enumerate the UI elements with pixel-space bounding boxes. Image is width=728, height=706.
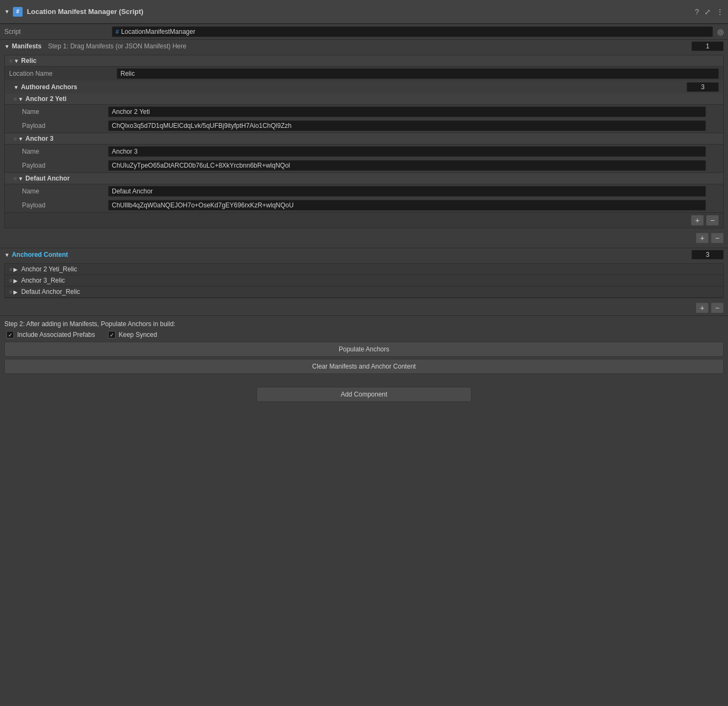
header-icons: ? ⤢ ⋮ — [695, 8, 724, 16]
include-prefabs-checkbox[interactable]: ✓ Include Associated Prefabs — [6, 331, 95, 338]
anchored-content-count[interactable]: 3 — [691, 250, 724, 260]
authored-anchors-count[interactable]: 3 — [687, 82, 719, 92]
defaut-drag: ≡ — [13, 175, 16, 182]
anchor-3-drag: ≡ — [13, 135, 16, 142]
anchored-content-arrow: ▼ — [4, 252, 10, 258]
manifests-step-hint: Step 1: Drag Manifests (or JSON Manifest… — [48, 42, 186, 50]
add-anchored-btn[interactable]: + — [696, 302, 709, 313]
remove-manifest-btn[interactable]: − — [711, 233, 724, 243]
defaut-arrow: ▼ — [18, 176, 23, 182]
anchor-3-header[interactable]: ≡ ▼ Anchor 3 — [5, 133, 723, 145]
manifests-count[interactable]: 1 — [691, 41, 724, 51]
add-component-area: Add Component — [0, 378, 728, 410]
anchor-3-name-row: Name Anchor 3 — [5, 145, 723, 159]
anchor-3-payload-row: Payload ChUluZyTpeO65aDtARCD0b76uLC+8XkY… — [5, 159, 723, 172]
anchored-2-drag: ≡ — [9, 289, 11, 295]
anchor-3-payload-label: Payload — [22, 162, 108, 169]
manifests-label: Manifests — [12, 42, 41, 50]
step2-area: Step 2: After adding in Manifests, Popul… — [0, 316, 728, 378]
script-value[interactable]: # LocationManifestManager — [112, 26, 713, 37]
manifests-btn-row: + − — [0, 230, 728, 246]
anchor-2-name-label: Name — [22, 108, 108, 116]
anchored-0-arrow: ▶ — [13, 266, 18, 272]
anchored-0-drag: ≡ — [9, 266, 11, 272]
anchored-content-label: Anchored Content — [12, 251, 68, 258]
add-anchor-btn[interactable]: + — [691, 215, 704, 226]
remove-anchored-btn[interactable]: − — [711, 302, 724, 313]
defaut-anchor-header[interactable]: ≡ ▼ Defaut Anchor — [5, 173, 723, 184]
remove-anchor-btn[interactable]: − — [706, 215, 719, 226]
anchored-items-container: ≡ ▶ Anchor 2 Yeti_Relic ≡ ▶ Anchor 3_Rel… — [4, 263, 724, 298]
populate-anchors-btn[interactable]: Populate Anchors — [4, 342, 724, 357]
anchored-1-arrow: ▶ — [13, 278, 18, 284]
script-icon: # — [13, 7, 23, 17]
defaut-payload-row: Payload ChUlllb4qZqW0aNQEJOH7o+OseKd7gEY… — [5, 198, 723, 212]
collapse-arrow[interactable]: ▼ — [4, 9, 10, 15]
anchor-3-payload-value[interactable]: ChUluZyTpeO65aDtARCD0b76uLC+8XkYrcbnn6bR… — [108, 160, 706, 171]
anchored-item-2[interactable]: ≡ ▶ Defaut Anchor_Relic — [5, 286, 723, 298]
defaut-payload-label: Payload — [22, 201, 108, 209]
anchored-1-name: Anchor 3_Relic — [21, 277, 65, 284]
anchored-1-drag: ≡ — [9, 277, 11, 284]
anchored-0-name: Anchor 2 Yeti_Relic — [21, 265, 77, 273]
script-label: Script — [4, 28, 112, 35]
defaut-anchor-item: ≡ ▼ Defaut Anchor Name Defaut Anchor Pay… — [5, 173, 723, 213]
anchor-3-name-label: Name — [22, 148, 108, 155]
manifests-header[interactable]: ▼ Manifests Step 1: Drag Manifests (or J… — [0, 40, 728, 53]
relic-drag-handle: ≡ — [9, 57, 11, 64]
expand-icon[interactable]: ⤢ — [704, 8, 711, 16]
inspector-panel: ▼ # Location Manifest Manager (Script) ?… — [0, 0, 728, 410]
anchor-2-name-row: Name Anchor 2 Yeti — [5, 105, 723, 119]
anchor-2-payload-value[interactable]: ChQlxo3q5d7D1qMUElCdqLvk/5qUFBj9ityfptH7… — [108, 120, 706, 131]
keep-synced-box: ✓ — [108, 331, 116, 338]
anchored-item-1[interactable]: ≡ ▶ Anchor 3_Relic — [5, 275, 723, 286]
add-component-btn[interactable]: Add Component — [256, 387, 472, 402]
anchor-2-drag: ≡ — [13, 96, 16, 102]
manifests-section: ▼ Manifests Step 1: Drag Manifests (or J… — [0, 40, 728, 248]
keep-synced-checkbox[interactable]: ✓ Keep Synced — [108, 331, 157, 338]
include-prefabs-box: ✓ — [6, 331, 14, 338]
anchor-2-payload-row: Payload ChQlxo3q5d7D1qMUElCdqLvk/5qUFBj9… — [5, 119, 723, 133]
include-prefabs-label: Include Associated Prefabs — [17, 331, 95, 338]
authored-anchors-arrow: ▼ — [13, 84, 19, 90]
defaut-name-value[interactable]: Defaut Anchor — [108, 186, 706, 197]
script-name: LocationManifestManager — [121, 28, 195, 35]
anchor-3-item: ≡ ▼ Anchor 3 Name Anchor 3 Payload ChUlu… — [5, 133, 723, 173]
anchored-item-0[interactable]: ≡ ▶ Anchor 2 Yeti_Relic — [5, 264, 723, 275]
help-icon[interactable]: ? — [695, 8, 699, 16]
location-name-label: Location Name — [9, 70, 117, 77]
authored-anchors-header[interactable]: ▼ Authored Anchors 3 — [5, 81, 723, 93]
anchor-2-label: Anchor 2 Yeti — [25, 95, 66, 103]
anchored-content-header[interactable]: ▼ Anchored Content 3 — [0, 248, 728, 261]
script-row: Script # LocationManifestManager ◎ — [0, 24, 728, 40]
clear-manifests-btn[interactable]: Clear Manifests and Anchor Content — [4, 359, 724, 374]
target-icon[interactable]: ◎ — [717, 27, 724, 36]
anchor-2-yeti-item: ≡ ▼ Anchor 2 Yeti Name Anchor 2 Yeti Pay… — [5, 93, 723, 133]
anchored-2-name: Defaut Anchor_Relic — [21, 288, 80, 296]
relic-label: Relic — [21, 57, 37, 64]
relic-header[interactable]: ≡ ▼ Relic — [5, 55, 723, 67]
location-name-value[interactable]: Relic — [117, 68, 719, 79]
anchor-3-name-value[interactable]: Anchor 3 — [108, 146, 706, 157]
anchored-2-arrow: ▶ — [13, 289, 18, 295]
relic-arrow: ▼ — [13, 58, 19, 64]
component-title: Location Manifest Manager (Script) — [27, 8, 695, 16]
defaut-label: Defaut Anchor — [25, 175, 69, 182]
menu-icon[interactable]: ⋮ — [716, 8, 724, 16]
keep-synced-label: Keep Synced — [119, 331, 157, 338]
anchor-2-arrow: ▼ — [18, 96, 23, 102]
anchor-2-name-value[interactable]: Anchor 2 Yeti — [108, 106, 706, 117]
relic-container: ≡ ▼ Relic Location Name Relic ▼ Authored… — [4, 55, 724, 228]
step2-label: Step 2: After adding in Manifests, Popul… — [4, 320, 724, 328]
defaut-payload-value[interactable]: ChUlllb4qZqW0aNQEJOH7o+OseKd7gEY696rxKzR… — [108, 200, 706, 211]
anchors-btn-row: + − — [5, 213, 723, 228]
defaut-name-label: Name — [22, 188, 108, 195]
manifests-arrow: ▼ — [4, 44, 10, 49]
component-header: ▼ # Location Manifest Manager (Script) ?… — [0, 0, 728, 24]
hash-icon: # — [116, 28, 119, 35]
checkboxes-row: ✓ Include Associated Prefabs ✓ Keep Sync… — [4, 331, 724, 338]
add-manifest-btn[interactable]: + — [696, 233, 709, 243]
anchored-content-btn-row: + − — [0, 300, 728, 315]
anchor-2-yeti-header[interactable]: ≡ ▼ Anchor 2 Yeti — [5, 93, 723, 105]
anchor-2-payload-label: Payload — [22, 122, 108, 129]
